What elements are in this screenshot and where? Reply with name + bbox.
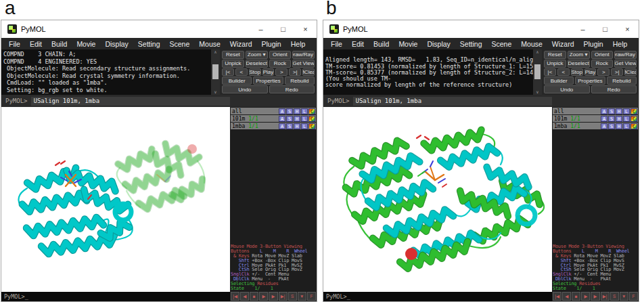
console-output[interactable]: Aligned length= 143, RMSD= 1.83, Seq_ID=… — [323, 49, 533, 95]
object-row-101m[interactable]: 101m1/1ASHLC — [553, 115, 638, 122]
object-menu-button-a[interactable]: A — [601, 116, 607, 122]
minimize-icon[interactable]: – — [572, 20, 594, 38]
control-button--[interactable]: < — [235, 68, 248, 77]
control-button--[interactable]: |< — [222, 68, 234, 77]
console-output[interactable]: COMPND 3 CHAIN: A;COMPND 4 ENGINEERED: Y… — [1, 49, 211, 95]
command-input[interactable] — [31, 97, 230, 106]
movie-button[interactable]: ■ — [572, 292, 580, 301]
menu-item-help[interactable]: Help — [608, 40, 632, 48]
control-button-rebuild[interactable]: Rebuild — [607, 77, 637, 85]
object-menu-button-l[interactable]: L — [623, 108, 630, 114]
menu-item-movie[interactable]: Movie — [394, 40, 422, 48]
control-button--[interactable]: |< — [544, 68, 556, 77]
control-button-mclear[interactable]: MClear — [624, 68, 637, 77]
object-menu-button-l[interactable]: L — [301, 123, 308, 129]
movie-button[interactable]: S — [288, 292, 297, 301]
scroll-down-icon[interactable]: ∨ — [536, 89, 538, 95]
control-button--[interactable]: > — [597, 68, 610, 77]
control-button-redo[interactable]: Redo — [591, 85, 637, 93]
control-button-properties[interactable]: Properties — [575, 77, 605, 85]
control-button-unpick[interactable]: Unpick — [544, 60, 566, 68]
control-button-zoom-[interactable]: Zoom ▾ — [246, 51, 268, 59]
object-menu-button-c[interactable]: C — [308, 108, 315, 114]
command-input[interactable] — [353, 97, 552, 106]
object-row-all[interactable]: allASHLC — [231, 108, 316, 114]
control-button-reset[interactable]: Reset — [544, 51, 566, 59]
viewport-3d[interactable] — [323, 107, 552, 292]
control-button-rebuild[interactable]: Rebuild — [285, 77, 315, 85]
object-menu-button-h[interactable]: H — [294, 108, 300, 114]
control-button--[interactable]: > — [275, 68, 288, 77]
control-button-orient[interactable]: Orient — [591, 51, 614, 59]
object-menu-button-s[interactable]: S — [286, 123, 293, 129]
control-button--[interactable]: < — [557, 68, 570, 77]
viewport-3d[interactable] — [1, 107, 230, 292]
object-menu-button-s[interactable]: S — [608, 116, 615, 122]
maximize-icon[interactable]: □ — [272, 20, 294, 38]
control-button-undo[interactable]: Undo — [544, 85, 590, 93]
movie-button[interactable]: ■ — [250, 292, 258, 301]
object-menu-button-s[interactable]: S — [286, 116, 293, 122]
menu-item-wizard[interactable]: Wizard — [225, 40, 257, 48]
menu-item-edit[interactable]: Edit — [25, 40, 47, 48]
control-button--[interactable]: >| — [611, 68, 623, 77]
movie-button[interactable]: ▼ — [298, 292, 306, 301]
scroll-up-icon[interactable]: ∧ — [536, 49, 538, 55]
close-icon[interactable]: × — [616, 20, 639, 38]
menu-item-plugin[interactable]: Plugin — [579, 40, 608, 48]
movie-button[interactable]: ◀ — [240, 292, 249, 301]
title-bar[interactable]: PyMOL – □ × — [323, 20, 639, 38]
control-button-draw-ray-[interactable]: Draw/Ray ▾ — [292, 51, 315, 59]
control-button-reset[interactable]: Reset — [222, 51, 244, 59]
object-menu-button-l[interactable]: L — [623, 123, 630, 129]
control-button-get-view[interactable]: Get View — [292, 60, 315, 68]
menu-item-scene[interactable]: Scene — [487, 40, 517, 48]
control-button--[interactable]: >| — [289, 68, 301, 77]
movie-button[interactable]: ▶ — [591, 292, 599, 301]
object-row-101m[interactable]: 101m1/1ASHLC — [231, 115, 316, 122]
title-bar[interactable]: PyMOL – □ × — [1, 20, 317, 38]
object-menu-button-c[interactable]: C — [308, 116, 315, 122]
control-button-redo[interactable]: Redo — [269, 85, 315, 93]
control-button-zoom-[interactable]: Zoom ▾ — [568, 51, 590, 59]
object-menu-button-h[interactable]: H — [294, 116, 300, 122]
movie-button[interactable]: ▶ — [259, 292, 268, 301]
console-scrollbar[interactable]: ∧ ∨ — [533, 49, 542, 95]
object-menu-button-h[interactable]: H — [294, 123, 300, 129]
menu-item-movie[interactable]: Movie — [72, 40, 100, 48]
console-scrollbar[interactable]: ∧ ∨ — [211, 49, 220, 95]
object-menu-button-l[interactable]: L — [301, 108, 308, 114]
menu-item-display[interactable]: Display — [100, 40, 133, 48]
control-button-stop[interactable]: Stop — [249, 68, 261, 77]
object-name[interactable]: 101m — [231, 116, 245, 122]
control-button-properties[interactable]: Properties — [253, 77, 283, 85]
control-button-stop[interactable]: Stop — [571, 68, 583, 77]
object-menu-button-a[interactable]: A — [279, 108, 285, 114]
movie-button[interactable]: ◀ — [562, 292, 571, 301]
object-menu-button-c[interactable]: C — [630, 108, 637, 114]
object-name[interactable]: all — [231, 108, 242, 114]
menu-item-plugin[interactable]: Plugin — [257, 40, 286, 48]
close-icon[interactable]: × — [294, 20, 317, 38]
control-button-play[interactable]: Play — [262, 68, 275, 77]
movie-button[interactable]: |◀ — [231, 292, 239, 301]
menu-item-setting[interactable]: Setting — [455, 40, 487, 48]
object-menu-button-c[interactable]: C — [308, 123, 315, 129]
menu-item-help[interactable]: Help — [286, 40, 310, 48]
movie-button[interactable]: ▶ — [581, 292, 590, 301]
minimize-icon[interactable]: – — [250, 20, 272, 38]
movie-button[interactable]: ▶| — [601, 292, 610, 301]
scrollbar-thumb[interactable] — [534, 64, 540, 79]
gl-prompt-bar[interactable]: PyMOL>_ — [1, 292, 230, 301]
control-button-orient[interactable]: Orient — [269, 51, 292, 59]
control-button-unpick[interactable]: Unpick — [222, 60, 244, 68]
maximize-icon[interactable]: □ — [594, 20, 616, 38]
control-button-draw-ray-[interactable]: Draw/Ray ▾ — [614, 51, 637, 59]
object-menu-button-s[interactable]: S — [608, 108, 615, 114]
menu-item-scene[interactable]: Scene — [165, 40, 195, 48]
menu-item-wizard[interactable]: Wizard — [547, 40, 579, 48]
menu-item-setting[interactable]: Setting — [133, 40, 165, 48]
object-menu-button-l[interactable]: L — [301, 116, 308, 122]
object-row-all[interactable]: allASHLC — [553, 108, 638, 114]
movie-button[interactable]: S — [610, 292, 619, 301]
